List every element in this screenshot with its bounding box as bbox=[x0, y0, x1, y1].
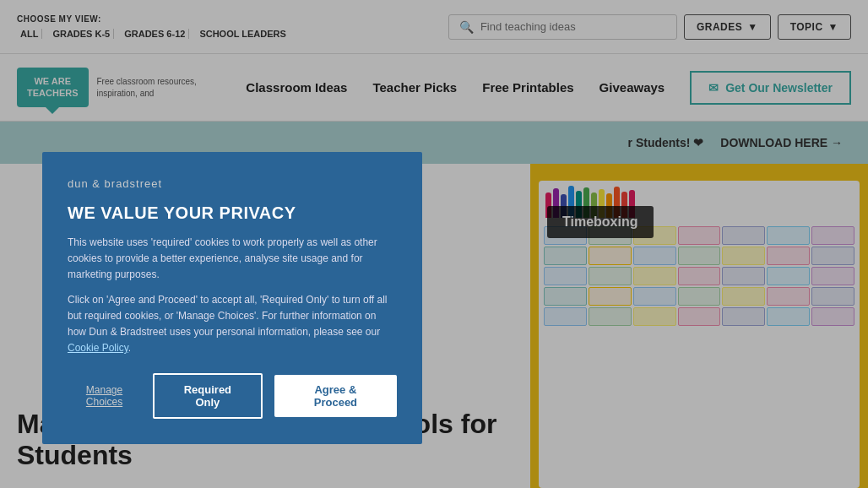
manage-choices-button[interactable]: Manage Choices bbox=[68, 384, 141, 408]
agree-proceed-button[interactable]: Agree & Proceed bbox=[274, 375, 397, 417]
cookie-text-1: This website uses 'required' cookies to … bbox=[68, 235, 397, 284]
cookie-modal: dun & bradstreet WE VALUE YOUR PRIVACY T… bbox=[42, 152, 422, 444]
cookie-text-2: Click on 'Agree and Proceed' to accept a… bbox=[68, 292, 397, 357]
cookie-actions: Manage Choices Required Only Agree & Pro… bbox=[68, 373, 397, 419]
cookie-title: WE VALUE YOUR PRIVACY bbox=[68, 203, 397, 223]
db-brand: dun & bradstreet bbox=[68, 177, 397, 190]
required-only-button[interactable]: Required Only bbox=[153, 373, 263, 419]
cookie-policy-link[interactable]: Cookie Policy bbox=[68, 342, 128, 354]
